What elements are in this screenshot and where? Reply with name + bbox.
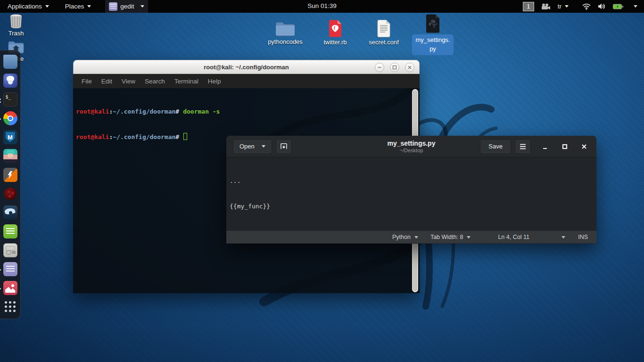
minimize-icon [543, 144, 548, 149]
close-button[interactable] [580, 143, 588, 150]
chevron-down-icon [467, 236, 471, 239]
gedit-app-icon [109, 2, 117, 11]
dock-item-terminal[interactable]: $_ [3, 92, 17, 107]
metasploit-icon: M [3, 130, 17, 144]
menu-file[interactable]: File [77, 78, 97, 85]
terminal-window-title: root@kali: ~/.config/doorman [204, 64, 289, 71]
menu-view[interactable]: View [117, 78, 140, 85]
wifi-icon[interactable] [582, 3, 591, 10]
cursor-position: Ln 4, Col 11 [498, 234, 529, 240]
chevron-down-icon [140, 5, 144, 8]
applications-menu[interactable]: Applications [6, 0, 51, 13]
dock-item-show-applications[interactable] [3, 300, 17, 314]
dock-item-metasploit[interactable]: M [3, 130, 17, 144]
maximize-button[interactable] [390, 63, 399, 72]
menu-terminal[interactable]: Terminal [170, 78, 203, 85]
recorder-app-icon [3, 243, 17, 257]
applications-menu-label: Applications [8, 3, 42, 10]
chevron-down-icon [45, 5, 49, 8]
battery-icon[interactable] [613, 4, 623, 9]
terminal-titlebar[interactable]: root@kali: ~/.config/doorman [73, 60, 420, 74]
dock-item-chrome[interactable] [3, 111, 17, 125]
insert-mode-indicator[interactable]: INS [578, 234, 588, 240]
gedit-headerbar[interactable]: Open my_settings.py ~/Desktop Save [226, 136, 596, 157]
code-line: ... [230, 177, 593, 185]
active-app-menu[interactable]: gedit [105, 0, 148, 13]
running-indicator [0, 99, 1, 100]
text-editor-icon [3, 224, 17, 239]
places-menu[interactable]: Places [63, 0, 93, 13]
code-line: {{my_func}} [230, 202, 593, 211]
dock-item-iceweasel[interactable] [3, 74, 17, 88]
places-menu-label: Places [65, 3, 84, 10]
dock-item-burpsuite[interactable] [3, 168, 17, 182]
running-indicator [0, 288, 1, 289]
burpsuite-icon [3, 168, 17, 182]
dock-item-image-viewer[interactable] [3, 281, 17, 295]
workspace-indicator[interactable]: 1 [523, 2, 534, 11]
language-selector[interactable]: Python [392, 234, 418, 240]
keyboard-layout-menu[interactable]: tr [558, 0, 569, 13]
dock-item-files[interactable] [3, 55, 17, 69]
tab-width-selector[interactable]: Tab Width: 8 [430, 234, 471, 240]
terminal-icon: $_ [3, 92, 17, 107]
running-indicator [0, 269, 1, 271]
system-menu-chevron-icon[interactable] [634, 5, 637, 8]
menu-edit[interactable]: Edit [97, 78, 117, 85]
maltego-icon [3, 187, 17, 201]
keyboard-layout-label: tr [558, 3, 561, 10]
menu-search[interactable]: Search [140, 78, 170, 85]
desktop-icon-label: pythoncodes [268, 38, 303, 46]
minimize-button[interactable] [542, 143, 549, 150]
desktop-icon-trash[interactable]: Trash [4, 14, 28, 37]
new-document-button[interactable] [276, 139, 292, 154]
close-button[interactable] [405, 63, 414, 72]
gedit-icon [3, 262, 17, 276]
active-app-label: gedit [120, 3, 134, 10]
ruby-file-icon [328, 20, 342, 37]
open-button-label: Open [239, 143, 255, 150]
menu-help[interactable]: Help [203, 78, 226, 85]
wireshark-icon [3, 206, 17, 220]
dock-item-recorder[interactable] [3, 243, 17, 257]
chevron-down-icon [262, 145, 265, 148]
maximize-button[interactable] [561, 143, 569, 150]
dock-item-wireshark[interactable] [3, 206, 17, 220]
save-button[interactable]: Save [480, 139, 511, 154]
minimize-icon [377, 65, 382, 70]
terminal-cursor [183, 133, 187, 140]
desktop-icon-label: twitter.rb [323, 39, 347, 46]
desktop-icon-pythoncodes[interactable]: pythoncodes [267, 21, 304, 46]
desktop-icon-label-selected: my_settings.py [412, 34, 454, 55]
maximize-icon [562, 144, 568, 149]
desktop-icon-label: Trash [8, 30, 24, 37]
minimize-button[interactable] [375, 63, 384, 72]
screen-recorder-icon[interactable] [541, 3, 551, 10]
chevron-down-icon [87, 5, 91, 8]
top-bar: Applications Places gedit Sun 01:39 1 tr [0, 0, 644, 13]
running-indicator [0, 118, 1, 120]
hamburger-menu-button[interactable] [515, 139, 531, 154]
desktop-icon-my-settings-py[interactable]: my_settings.py [410, 14, 455, 55]
open-button[interactable]: Open [233, 139, 272, 154]
goto-line-chevron-icon[interactable] [561, 236, 565, 239]
dock-item-gedit[interactable] [3, 262, 17, 276]
dock-item-armitage[interactable] [3, 149, 17, 163]
terminal-menubar: File Edit View Search Terminal Help [73, 74, 420, 88]
chevron-down-icon [414, 236, 418, 239]
gedit-editor[interactable]: ... {{my_func}} i+=1 print(i) [226, 157, 596, 230]
chevron-down-icon [565, 5, 569, 8]
gedit-statusbar: Python Tab Width: 8 Ln 4, Col 11 INS [226, 230, 596, 243]
dock-item-maltego[interactable] [3, 187, 17, 201]
chrome-icon [3, 111, 17, 125]
desktop-icon-secret-conf[interactable]: secret.conf [365, 20, 402, 46]
dock-item-text-editor[interactable] [3, 224, 17, 239]
show-applications-icon [3, 300, 17, 314]
volume-icon[interactable] [598, 3, 606, 10]
terminal-command: doorman -s [183, 108, 220, 115]
python-file-icon [425, 14, 440, 33]
desktop-icon-twitter-rb[interactable]: twitter.rb [317, 20, 354, 46]
text-file-icon [377, 20, 391, 37]
terminal-line: root@kali:~/.config/doorman#doorman -s [76, 107, 417, 116]
files-icon [3, 55, 17, 69]
